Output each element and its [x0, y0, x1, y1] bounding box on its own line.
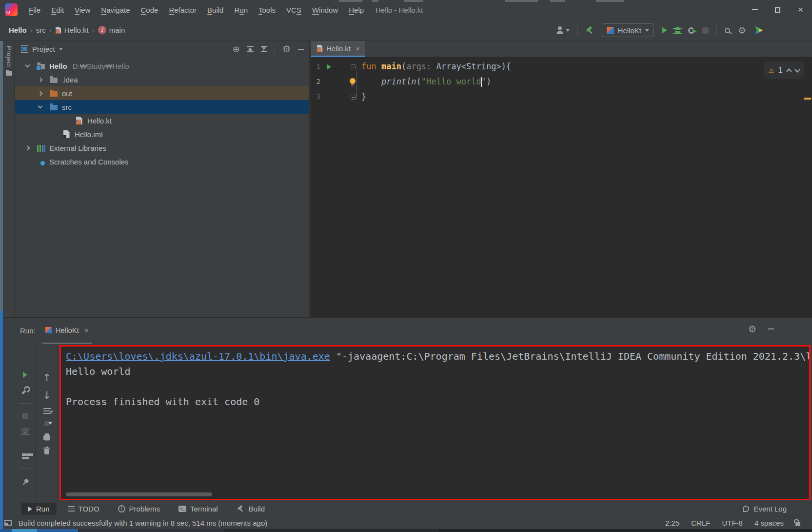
console-line: Hello world — [66, 364, 804, 379]
tree-item-hello[interactable]: HelloD:₩Study₩Hello — [15, 59, 309, 73]
chevron-right-icon[interactable] — [35, 92, 45, 95]
tab-hello-kt[interactable]: Hello.kt × — [311, 41, 365, 57]
chevron-down-icon[interactable] — [22, 65, 33, 67]
tool-window-button-terminal[interactable]: >_Terminal — [172, 503, 225, 515]
run-configuration-select[interactable]: HelloKt — [602, 23, 654, 37]
toolbar-actions: HelloKt ⚙ — [556, 20, 763, 41]
caret-position[interactable]: 2:25 — [665, 519, 679, 527]
clear-all-icon[interactable] — [44, 449, 49, 454]
menu-build[interactable]: Build — [203, 4, 228, 16]
build-hammer-icon[interactable] — [586, 26, 594, 35]
intention-bulb-icon[interactable] — [350, 78, 356, 84]
horizontal-scrollbar[interactable] — [66, 492, 212, 496]
dock-windows-icon[interactable] — [4, 520, 12, 526]
tab-hellokt-run[interactable]: HelloKt × — [42, 318, 92, 344]
edit-configuration-wrench-icon[interactable] — [21, 386, 29, 394]
inspection-widget[interactable]: ⚠ 1 — [764, 61, 804, 79]
tool-window-button-build[interactable]: Build — [230, 503, 272, 515]
attach-debugger-icon[interactable] — [22, 428, 28, 434]
run-icon[interactable] — [662, 27, 667, 34]
settings-gear-icon[interactable]: ⚙ — [282, 44, 291, 54]
breadcrumb-item-hello.kt[interactable]: Hello.kt — [55, 26, 89, 34]
search-icon[interactable] — [725, 28, 730, 33]
menu-run[interactable]: Run — [230, 4, 252, 16]
run-console[interactable]: C:\Users\loves\.jdks\azul-17.0.1\bin\jav… — [59, 345, 811, 500]
fold-marker-icon[interactable] — [351, 95, 356, 100]
soft-wrap-icon[interactable] — [43, 408, 51, 414]
chevron-down-icon[interactable] — [35, 106, 45, 108]
tree-item--idea[interactable]: .idea — [15, 73, 309, 86]
project-view-select[interactable]: Project — [21, 45, 63, 53]
scroll-to-end-icon[interactable] — [44, 421, 49, 426]
tree-item-hello-iml[interactable]: Hello.iml — [15, 127, 309, 141]
intellij-logo-icon: IJ — [5, 3, 18, 16]
tree-item-scratches-and-consoles[interactable]: Scratches and Consoles — [15, 155, 309, 168]
select-opened-file-icon[interactable]: ⊕ — [233, 45, 240, 54]
menu-vcs[interactable]: VCS — [282, 4, 306, 16]
indent-setting[interactable]: 4 spaces — [754, 519, 784, 527]
tool-window-button-todo[interactable]: TODO — [61, 503, 106, 515]
unlock-icon[interactable] — [795, 522, 800, 526]
menu-help[interactable]: Help — [344, 4, 368, 16]
sidebar-item-project[interactable]: Project — [3, 46, 15, 76]
rerun-icon[interactable] — [23, 372, 27, 378]
menu-view[interactable]: View — [70, 4, 95, 16]
print-icon[interactable] — [43, 435, 50, 440]
menu-code[interactable]: Code — [137, 4, 163, 16]
restore-layout-icon[interactable] — [22, 453, 29, 459]
tree-item-external-libraries[interactable]: External Libraries — [15, 141, 309, 155]
tool-window-button-problems[interactable]: !Problems — [111, 503, 167, 515]
minimize-button[interactable] — [743, 0, 766, 20]
code-line[interactable]: 1fun main(args: Array<String>){ — [311, 59, 812, 74]
debug-icon[interactable] — [675, 27, 680, 34]
tool-window-button-event-log[interactable]: Event Log — [743, 505, 812, 513]
maximize-button[interactable] — [766, 0, 789, 20]
breadcrumb-item-main[interactable]: fmain — [98, 26, 125, 34]
colorful-play-icon[interactable] — [754, 26, 763, 35]
menu-tools[interactable]: Tools — [254, 4, 280, 16]
tree-item-hello-kt[interactable]: Hello.kt — [15, 114, 309, 127]
run-panel-body: ↑ ↓ C:\Users\loves\.jdks\azul-17.0.1\bin… — [0, 344, 812, 502]
hide-icon[interactable] — [298, 49, 304, 50]
file-path-link[interactable]: C:\Users\loves\.jdks\azul-17.0.1\bin\jav… — [66, 350, 330, 362]
run-toolbar — [15, 344, 36, 502]
encoding[interactable]: UTF-8 — [722, 519, 743, 527]
tool-window-button-run[interactable]: Run — [21, 503, 57, 515]
breadcrumb-item-src[interactable]: src — [36, 26, 46, 34]
code-area[interactable]: 1fun main(args: Array<String>){2 println… — [311, 57, 812, 317]
code-line[interactable]: 3} — [311, 89, 812, 104]
menu-navigate[interactable]: Navigate — [97, 4, 134, 16]
pin-tab-icon[interactable] — [20, 477, 31, 488]
tree-item-out[interactable]: out — [15, 86, 309, 100]
chevron-right-icon[interactable] — [35, 78, 45, 82]
coverage-icon[interactable] — [688, 27, 694, 34]
menu-file[interactable]: File — [24, 4, 45, 16]
tree-item-src[interactable]: src — [15, 100, 309, 114]
menu-refactor[interactable]: Refactor — [164, 4, 201, 16]
next-warning-icon[interactable] — [794, 67, 800, 72]
hide-icon[interactable] — [768, 328, 774, 329]
breadcrumb-item-hello[interactable]: Hello — [9, 26, 27, 34]
profile-icon[interactable] — [556, 26, 570, 34]
run-line-icon[interactable] — [327, 64, 331, 70]
folder-icon — [50, 105, 58, 110]
expand-all-icon[interactable] — [247, 45, 254, 53]
stop-icon[interactable] — [22, 413, 28, 419]
up-stack-trace-icon[interactable]: ↑ — [42, 373, 51, 383]
warning-stripe-mark[interactable] — [804, 98, 811, 100]
menu-edit[interactable]: Edit — [47, 4, 68, 16]
close-icon[interactable]: × — [356, 44, 360, 53]
settings-gear-icon[interactable]: ⚙ — [738, 26, 746, 35]
collapse-all-icon[interactable] — [261, 45, 267, 53]
stop-icon[interactable] — [702, 27, 709, 34]
prev-warning-icon[interactable] — [786, 68, 792, 74]
line-ending[interactable]: CRLF — [691, 519, 710, 527]
close-button[interactable]: × — [789, 0, 812, 20]
menu-window[interactable]: Window — [308, 4, 342, 16]
down-stack-trace-icon[interactable]: ↓ — [42, 390, 51, 401]
settings-gear-icon[interactable]: ⚙ — [748, 325, 756, 334]
code-line[interactable]: 2 println("Hello world") — [311, 74, 812, 89]
fold-marker-icon[interactable] — [351, 64, 356, 69]
close-icon[interactable]: × — [84, 326, 89, 334]
chevron-right-icon[interactable] — [22, 146, 33, 150]
